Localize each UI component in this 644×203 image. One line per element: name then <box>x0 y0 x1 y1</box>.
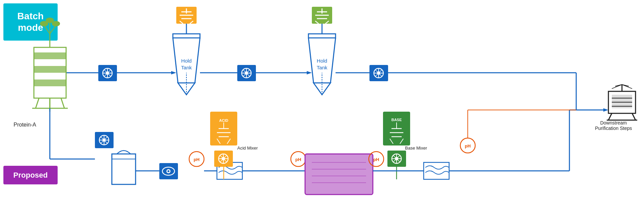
svg-line-81 <box>608 113 612 120</box>
valve-bottom-left <box>95 132 114 148</box>
agitator-icon-2 <box>312 7 332 24</box>
svg-rect-153 <box>424 162 449 179</box>
valve-acid <box>214 151 233 167</box>
hold-tank-2: Hold Tank <box>308 20 336 95</box>
svg-marker-163 <box>307 71 312 74</box>
svg-text:Hold: Hold <box>317 58 327 64</box>
svg-point-104 <box>167 170 169 172</box>
svg-line-25 <box>308 38 314 83</box>
svg-rect-128 <box>305 154 373 195</box>
svg-line-11 <box>195 38 200 83</box>
valve-3 <box>369 65 388 81</box>
svg-point-50 <box>46 18 54 23</box>
svg-rect-40 <box>34 52 66 59</box>
base-vessel: BASE <box>383 112 410 145</box>
hold-tank-1: Hold Tank <box>173 20 200 95</box>
svg-text:pH: pH <box>373 157 379 162</box>
svg-marker-162 <box>171 71 176 74</box>
svg-rect-98 <box>112 154 136 184</box>
svg-line-10 <box>173 38 178 83</box>
svg-line-52 <box>61 98 64 108</box>
svg-line-46 <box>50 25 56 34</box>
svg-line-51 <box>36 98 39 108</box>
valve-1 <box>98 65 117 81</box>
svg-text:pH: pH <box>465 143 470 149</box>
svg-text:pH: pH <box>194 157 199 162</box>
svg-line-45 <box>44 25 50 34</box>
buffer-vessel <box>112 151 136 184</box>
svg-text:Tank: Tank <box>317 65 327 70</box>
svg-line-26 <box>330 38 336 83</box>
svg-rect-42 <box>34 80 66 86</box>
protein-a-column <box>32 18 68 112</box>
svg-line-82 <box>632 113 636 120</box>
svg-rect-41 <box>34 66 66 73</box>
mixer-element-2 <box>424 162 449 179</box>
svg-text:Hold: Hold <box>181 58 192 64</box>
sensor-bottom <box>159 163 178 179</box>
svg-text:Tank: Tank <box>181 65 192 70</box>
svg-line-87 <box>622 85 632 89</box>
svg-text:pH: pH <box>295 157 301 162</box>
acid-vessel: ACID <box>210 112 237 145</box>
svg-rect-24 <box>308 34 336 38</box>
valve-2 <box>237 65 256 81</box>
svg-marker-8 <box>603 108 608 112</box>
svg-text:BASE: BASE <box>391 118 402 122</box>
svg-text:ACID: ACID <box>219 118 228 122</box>
flow-diagram: Hold Tank Hold Tank <box>0 0 644 203</box>
purple-reactor <box>305 154 373 195</box>
downstream-icon <box>607 85 637 120</box>
agitator-icon-1 <box>176 7 197 24</box>
svg-rect-9 <box>173 34 200 38</box>
valve-base <box>387 151 406 167</box>
svg-line-86 <box>612 85 622 89</box>
